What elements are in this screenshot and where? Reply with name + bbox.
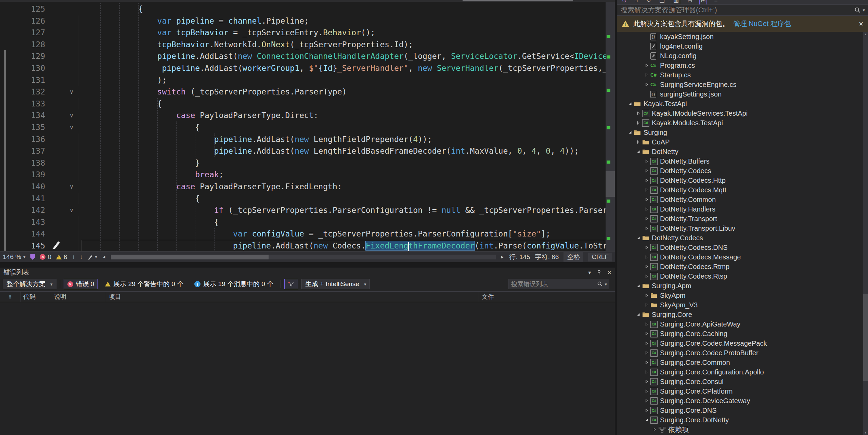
tree-expander[interactable] [635,150,642,154]
tree-expander[interactable] [643,197,650,202]
health-settings-button[interactable]: ▾ [88,254,98,260]
tree-expander[interactable] [643,389,650,393]
line-ending-toggle[interactable]: CRLF [588,253,612,261]
tree-item[interactable]: C#Surging.Core.CPlatform [617,386,863,396]
refresh-icon[interactable]: ↻ [645,0,652,4]
tree-expander[interactable] [635,140,642,144]
zoom-control[interactable]: 146 % ▾ [3,253,25,261]
tree-item[interactable]: C#Surging.Core.Caching [617,329,863,338]
tree-item[interactable]: DotNetty [617,147,863,156]
code-line[interactable]: 134∨ case PayloadParserType.Direct: [0,110,606,121]
tree-item[interactable]: Surging.Core [617,310,863,319]
sync-with-active-document-icon[interactable]: ⇆ [620,0,627,4]
line-number[interactable]: 132 [0,86,45,98]
home-icon[interactable]: ⌂ [633,0,639,4]
line-number[interactable]: 129 [0,50,45,62]
tree-expander[interactable] [643,418,650,422]
tree-expander[interactable] [643,255,650,259]
errors-indicator[interactable]: × 0 [40,253,51,261]
line-number[interactable]: 138 [0,157,45,169]
tree-item[interactable]: C#DotNetty.Codecs.Rtsp [617,271,863,281]
line-number[interactable]: 141 [0,193,45,205]
previous-issue-button[interactable]: ↑ [72,254,75,260]
tree-item[interactable]: {}kayakSetting.json [617,32,863,41]
error-search-input[interactable] [508,281,597,288]
code-line[interactable]: 129 pipeline.AddLast(new ConnectionChann… [0,50,606,62]
line-number[interactable]: 136 [0,133,45,145]
tree-expander[interactable] [635,236,642,240]
project-column-header[interactable]: 项目 [106,292,479,302]
line-number[interactable]: 143 [0,216,45,228]
line-number[interactable]: 137 [0,145,45,157]
code-line[interactable]: 133 { [0,98,606,110]
code-line[interactable]: 132∨ switch (_tcpServerProperties.Parser… [0,86,606,98]
tree-item[interactable]: C#Kayak.Modules.TestApi [617,118,863,128]
code-line[interactable]: 127 var tcpBehavior = _tcpServiceEntry.B… [0,27,606,39]
tree-expander[interactable] [643,360,650,364]
errors-filter-button[interactable]: × 错误 0 [64,279,98,289]
tree-item[interactable]: C#DotNetty.Codecs.Http [617,176,863,185]
tree-item[interactable]: C#DotNetty.Transport.Libuv [617,223,863,233]
code-line[interactable]: 145 pipeline.AddLast(new Codecs.FixedLen… [0,240,606,251]
fold-marker[interactable]: ∨ [45,181,81,193]
tree-item[interactable]: C#DotNetty.Common [617,195,863,204]
line-number[interactable]: 128 [0,39,45,51]
tree-expander[interactable] [643,293,650,297]
tree-item[interactable]: C#Surging.Core.Codec.MessagePack [617,338,863,348]
tree-item[interactable]: C#Program.cs [617,61,863,70]
code-column-header[interactable]: 代码 [21,292,51,302]
hscroll-left-button[interactable]: ◄ [102,255,106,259]
tree-item[interactable]: CoAP [617,137,863,147]
tree-item[interactable]: C#Surging.Core.DotNetty [617,415,863,425]
code-line[interactable]: 143 { [0,216,606,228]
code-line[interactable]: 140∨ case PayloadParserType.FixedLength: [0,181,606,193]
tree-item[interactable]: SkyApm_V3 [617,300,863,310]
tree-expander[interactable] [643,169,650,173]
line-number[interactable]: 127 [0,27,45,39]
collapse-all-icon[interactable]: ▦ [672,0,680,4]
fold-marker[interactable]: ∨ [45,121,81,133]
tree-item[interactable]: DotNetty.Codecs [617,233,863,243]
tree-expander[interactable] [643,332,650,336]
code-line[interactable]: 128 tcpBehavior.NetworkId.OnNext(_tcpSer… [0,39,606,51]
tree-item[interactable]: {}surgingSettings.json [617,89,863,99]
tree-item[interactable]: C#DotNetty.Buffers [617,156,863,166]
tree-expander[interactable] [635,121,642,125]
tree-item[interactable]: C#Surging.Core.DNS [617,406,863,415]
scroll-up-icon[interactable]: ▲ [863,33,868,36]
line-number[interactable]: 134 [0,110,45,121]
tree-item[interactable]: C#Surging.Core.ApiGateWay [617,319,863,329]
scrollbar-thumb[interactable] [863,294,868,381]
tree-expander[interactable] [643,408,650,412]
code-line[interactable]: 144 var configValue = _tcpServerProperti… [0,228,606,240]
more-options-icon[interactable]: ≡ [713,0,718,4]
code-line[interactable]: 130 pipeline.AddLast(workerGroup1, $"{Id… [0,62,606,74]
window-position-icon[interactable]: ▾ [588,269,591,276]
line-number[interactable]: 125 [0,3,45,15]
code-line[interactable]: 139 break; [0,169,606,181]
tree-item[interactable]: NLog.config [617,51,863,61]
fold-marker[interactable]: ∨ [45,86,81,98]
tree-expander[interactable] [643,322,650,326]
tree-item[interactable]: log4net.config [617,41,863,51]
line-number[interactable]: 130 [0,62,45,74]
line-number[interactable]: 135 [0,121,45,133]
chevron-down-icon[interactable]: ▾ [863,8,865,13]
hscroll-thumb[interactable] [111,255,269,259]
search-icon[interactable] [854,7,861,14]
solution-search-input[interactable] [617,6,854,14]
code-area[interactable]: 125 {126 var pipeline = channel.Pipeline… [0,2,606,251]
properties-icon[interactable]: ⊟ [686,0,693,4]
tree-expander[interactable] [643,303,650,307]
tree-item[interactable]: C#DotNetty.Codecs.DNS [617,243,863,252]
tree-item[interactable]: C#DotNetty.Transport [617,214,863,223]
line-number[interactable]: 142 [0,204,45,216]
tree-expander[interactable] [635,284,642,288]
search-icon[interactable] [597,281,603,287]
line-number[interactable]: 133 [0,98,45,110]
tree-item[interactable]: C#SurgingServiceEngine.cs [617,80,863,89]
tree-expander[interactable] [643,217,650,221]
horizontal-scrollbar[interactable] [111,255,496,259]
code-editor[interactable]: 125 {126 var pipeline = channel.Pipeline… [0,0,615,262]
tree-expander[interactable] [635,312,642,317]
